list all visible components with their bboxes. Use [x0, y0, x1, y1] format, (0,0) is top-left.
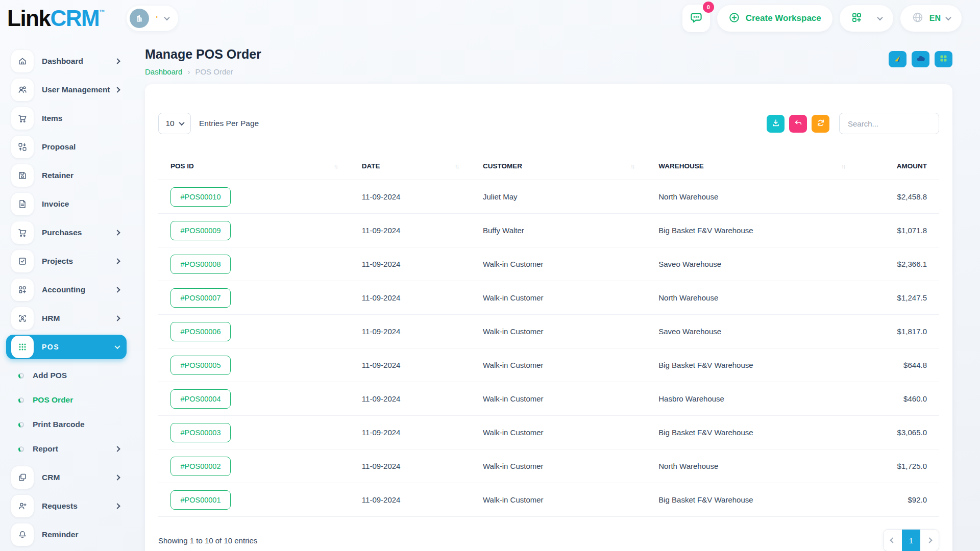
pos-order-card: 10 Entries Per Page POS: [145, 84, 952, 551]
top-header: LinkCRM™ ' 0 Create Workspace: [0, 0, 980, 37]
amount-cell: $1,817.0: [857, 315, 939, 348]
pos-id-link[interactable]: #POS00006: [170, 322, 231, 341]
submenu-bullet-icon: [18, 397, 24, 403]
pos-id-link[interactable]: #POS00005: [170, 356, 231, 375]
chevron-right-icon: [926, 537, 932, 543]
sidebar-item-accounting[interactable]: Accounting: [6, 278, 127, 302]
sidebar-item-purchases[interactable]: Purchases: [6, 220, 127, 245]
create-workspace-label: Create Workspace: [746, 13, 821, 23]
date-cell: 11-09-2024: [350, 483, 471, 517]
customer-cell: Walk-in Customer: [471, 483, 646, 517]
header-actions: 0 Create Workspace EN: [682, 5, 962, 32]
sidebar-item-hrm[interactable]: HRM: [6, 306, 127, 331]
sidebar-item-user-management[interactable]: User Management: [6, 78, 127, 102]
pos-id-link[interactable]: #POS00008: [170, 255, 231, 274]
app-logo: LinkCRM™: [7, 7, 104, 30]
entries-value: 10: [165, 119, 174, 128]
column-header-date[interactable]: DATE↑↓: [350, 153, 471, 180]
date-cell: 11-09-2024: [350, 180, 471, 214]
pos-id-link[interactable]: #POS00004: [170, 389, 231, 409]
sidebar-item-add-pos[interactable]: Add POS: [0, 363, 133, 388]
cloud-icon: [916, 54, 926, 65]
chevron-right-icon: [114, 287, 120, 292]
pos-id-link[interactable]: #POS00001: [170, 490, 231, 510]
table-controls: 10 Entries Per Page: [158, 113, 939, 134]
sidebar: Dashboard User Management Items Proposal…: [0, 37, 133, 551]
building-icon: [130, 9, 149, 28]
cart-icon: [11, 221, 34, 244]
warehouse-cell: North Warehouse: [646, 180, 857, 214]
next-page-button[interactable]: [920, 530, 939, 551]
pos-id-link[interactable]: #POS00003: [170, 423, 231, 442]
sort-icon[interactable]: ↑↓: [455, 163, 458, 169]
sidebar-item-invoice[interactable]: Invoice: [6, 192, 127, 216]
column-header-warehouse[interactable]: WAREHOUSE↑↓: [646, 153, 857, 180]
chat-button[interactable]: 0: [682, 5, 710, 32]
showing-entries-text: Showing 1 to 10 of 10 entries: [158, 536, 257, 545]
sort-icon[interactable]: ↑↓: [334, 163, 337, 169]
table-row: #POS00006 11-09-2024 Walk-in Customer Sa…: [158, 315, 939, 348]
workspace-selector[interactable]: ': [127, 6, 178, 31]
pos-id-link[interactable]: #POS00002: [170, 457, 231, 476]
sidebar-item-crm[interactable]: CRM: [6, 465, 127, 490]
sort-icon[interactable]: ↑↓: [841, 163, 845, 169]
pos-id-link[interactable]: #POS00007: [170, 288, 231, 308]
table-row: #POS00008 11-09-2024 Walk-in Customer Sa…: [158, 247, 939, 281]
sidebar-item-requests[interactable]: Requests: [6, 494, 127, 518]
submenu-bullet-icon: [18, 373, 24, 379]
apps-dropdown[interactable]: [840, 5, 893, 32]
chevron-right-icon: [114, 474, 120, 480]
sidebar-item-projects[interactable]: Projects: [6, 249, 127, 273]
workspace-name: ': [156, 15, 158, 22]
undo-button[interactable]: [789, 115, 807, 133]
warehouse-cell: Big Basket F&V Warehouse: [646, 483, 857, 517]
sidebar-item-proposal[interactable]: Proposal: [6, 135, 127, 159]
entries-per-page-select[interactable]: 10: [158, 113, 191, 134]
chevron-down-icon: [164, 15, 169, 20]
grid-icon: [939, 54, 948, 64]
sidebar-item-pos-order[interactable]: POS Order: [0, 388, 133, 412]
export-button[interactable]: [767, 115, 785, 133]
home-icon: [11, 50, 34, 72]
cloud-button[interactable]: [912, 51, 929, 67]
table-header-row: POS ID↑↓ DATE↑↓ CUSTOMER↑↓ WAREHOUSE↑↓ A…: [158, 153, 939, 180]
amount-cell: $92.0: [857, 483, 939, 517]
search-input[interactable]: [839, 113, 939, 134]
column-header-pos-id[interactable]: POS ID↑↓: [158, 153, 350, 180]
customer-cell: Walk-in Customer: [471, 247, 646, 281]
chevron-left-icon: [890, 537, 895, 543]
pos-id-link[interactable]: #POS00010: [170, 187, 231, 207]
sidebar-item-items[interactable]: Items: [6, 106, 127, 131]
main-content: Manage POS Order Dashboard › POS Order 1…: [133, 37, 980, 551]
bell-icon: [11, 523, 34, 546]
breadcrumb-dashboard-link[interactable]: Dashboard: [145, 67, 182, 76]
pos-id-link[interactable]: #POS00009: [170, 221, 231, 240]
pagination: 1: [883, 529, 939, 551]
sidebar-item-report[interactable]: Report: [0, 437, 133, 461]
apps-button[interactable]: [935, 51, 952, 67]
warehouse-cell: Saveo Warehouse: [646, 247, 857, 281]
warehouse-cell: Saveo Warehouse: [646, 315, 857, 348]
prev-page-button[interactable]: [884, 530, 902, 551]
save-icon: [11, 164, 34, 187]
customer-cell: Juliet May: [471, 180, 646, 214]
refresh-button[interactable]: [812, 115, 829, 133]
chevron-down-icon: [179, 120, 184, 126]
create-workspace-button[interactable]: Create Workspace: [717, 5, 832, 32]
chevron-right-icon: [114, 315, 120, 321]
send-button[interactable]: [889, 51, 906, 67]
sidebar-item-retainer[interactable]: Retainer: [6, 163, 127, 188]
chat-badge: 0: [703, 2, 714, 13]
column-header-customer[interactable]: CUSTOMER↑↓: [471, 153, 646, 180]
sidebar-item-dashboard[interactable]: Dashboard: [6, 49, 127, 73]
amount-cell: $1,071.8: [857, 214, 939, 247]
amount-cell: $3,065.0: [857, 416, 939, 449]
page-number-button[interactable]: 1: [902, 530, 920, 551]
user-plus-icon: [11, 495, 34, 517]
sort-icon[interactable]: ↑↓: [630, 163, 634, 169]
language-selector[interactable]: EN: [900, 5, 962, 32]
sidebar-item-print-barcode[interactable]: Print Barcode: [0, 412, 133, 437]
column-header-amount[interactable]: AMOUNT: [857, 153, 939, 180]
sidebar-item-pos[interactable]: POS: [6, 335, 127, 359]
sidebar-item-reminder[interactable]: Reminder: [6, 522, 127, 547]
